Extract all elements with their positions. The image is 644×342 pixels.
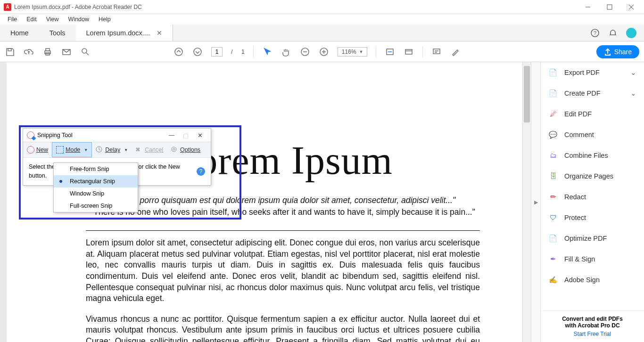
svg-rect-6 bbox=[8, 49, 11, 51]
menubar: File Edit View Window Help bbox=[0, 14, 644, 24]
zoom-out-icon[interactable] bbox=[300, 47, 310, 57]
doc-divider bbox=[86, 230, 480, 231]
page-separator: / bbox=[231, 48, 233, 55]
svg-text:?: ? bbox=[594, 30, 596, 36]
svg-rect-23 bbox=[433, 49, 440, 54]
cloud-upload-icon[interactable] bbox=[24, 47, 34, 57]
window-title: Lorem Ipsum.docx.pdf - Adobe Acrobat Rea… bbox=[14, 4, 577, 10]
tool-organize[interactable]: 🗄Organize Pages bbox=[541, 166, 644, 187]
tools-pane: 📄Export PDF⌄ 📄Create PDF⌄ 🖉Edit PDF 💬Com… bbox=[540, 62, 644, 342]
notifications-bell-icon[interactable] bbox=[608, 28, 618, 38]
tab-document[interactable]: Lorem Ipsum.docx.... ✕ bbox=[76, 24, 173, 41]
snip-mode-rectangular[interactable]: Rectangular Snip bbox=[54, 175, 138, 187]
page-number-input[interactable] bbox=[211, 47, 223, 57]
tool-create-pdf[interactable]: 📄Create PDF⌄ bbox=[541, 83, 644, 104]
snip-delay-button[interactable]: Delay▼ bbox=[92, 142, 132, 157]
page-total: 1 bbox=[241, 48, 245, 55]
tool-fill-sign[interactable]: ✒Fill & Sign bbox=[541, 249, 644, 269]
tab-document-label: Lorem Ipsum.docx.... bbox=[86, 29, 150, 37]
share-button[interactable]: Share bbox=[596, 45, 639, 58]
snip-minimize-button[interactable]: — bbox=[165, 132, 179, 138]
snip-close-button[interactable]: ✕ bbox=[193, 132, 207, 139]
tool-edit-pdf[interactable]: 🖉Edit PDF bbox=[541, 104, 644, 124]
tool-optimize[interactable]: 📄Optimize PDF bbox=[541, 228, 644, 249]
doc-quote: "Neque porro quisquam est qui dolorem ip… bbox=[86, 195, 480, 205]
comment-tool-icon[interactable] bbox=[431, 47, 442, 57]
tool-export-pdf[interactable]: 📄Export PDF⌄ bbox=[541, 62, 644, 83]
window-titlebar: A Lorem Ipsum.docx.pdf - Adobe Acrobat R… bbox=[0, 0, 644, 14]
tool-redact[interactable]: ✏Redact bbox=[541, 187, 644, 207]
svg-rect-21 bbox=[405, 49, 412, 54]
svg-line-28 bbox=[99, 149, 100, 150]
snipping-tool-title: Snipping Tool bbox=[37, 132, 165, 138]
tool-combine[interactable]: 🗂Combine Files bbox=[541, 145, 644, 166]
snip-mode-freeform[interactable]: Free-form Snip bbox=[54, 163, 138, 175]
window-minimize-button[interactable] bbox=[577, 0, 599, 14]
svg-point-13 bbox=[175, 48, 182, 56]
start-free-trial-link[interactable]: Start Free Trial bbox=[545, 331, 640, 337]
menu-edit[interactable]: Edit bbox=[22, 15, 41, 24]
chevron-down-icon: ⌄ bbox=[630, 90, 636, 97]
menu-window[interactable]: Window bbox=[64, 15, 94, 24]
top-tab-bar: Home Tools Lorem Ipsum.docx.... ✕ ? bbox=[0, 24, 644, 41]
print-icon[interactable] bbox=[42, 47, 53, 57]
menu-help[interactable]: Help bbox=[94, 15, 116, 24]
scrollbar-thumb[interactable] bbox=[524, 66, 530, 122]
chevron-down-icon: ⌄ bbox=[630, 69, 636, 76]
snipping-tool-toolbar: New Mode▼ Delay▼ ✖Cancel Options bbox=[23, 142, 211, 158]
acrobat-app-icon: A bbox=[4, 3, 11, 11]
vertical-scrollbar[interactable] bbox=[522, 62, 531, 342]
snip-new-button[interactable]: New bbox=[23, 142, 52, 157]
snipping-tool-titlebar[interactable]: Snipping Tool — ▢ ✕ bbox=[23, 129, 211, 142]
email-icon[interactable] bbox=[61, 47, 72, 57]
page-down-icon[interactable] bbox=[192, 47, 203, 57]
tab-close-icon[interactable]: ✕ bbox=[157, 29, 162, 37]
zoom-level-dropdown[interactable]: 116%▼ bbox=[338, 47, 368, 57]
svg-rect-1 bbox=[607, 5, 612, 9]
pan-hand-icon[interactable] bbox=[281, 47, 291, 57]
window-close-button[interactable] bbox=[620, 0, 642, 14]
footer-line1: Convert and edit PDFs bbox=[562, 316, 623, 322]
tool-comment[interactable]: 💬Comment bbox=[541, 124, 644, 145]
main-toolbar: / 1 116%▼ Share bbox=[0, 41, 644, 62]
svg-point-11 bbox=[82, 49, 87, 53]
footer-line2: with Acrobat Pro DC bbox=[565, 322, 619, 329]
user-avatar[interactable] bbox=[626, 28, 636, 38]
snip-mode-button[interactable]: Mode▼ bbox=[52, 142, 92, 157]
zoom-in-icon[interactable] bbox=[319, 47, 329, 57]
svg-point-14 bbox=[194, 48, 201, 56]
help-icon[interactable]: ? bbox=[590, 28, 600, 38]
snip-cancel-button: ✖Cancel bbox=[132, 142, 167, 157]
snip-mode-fullscreen[interactable]: Full-screen Snip bbox=[54, 200, 138, 212]
tool-adobe-sign[interactable]: ✍Adobe Sign bbox=[541, 269, 644, 290]
svg-point-30 bbox=[173, 148, 175, 150]
window-maximize-button[interactable] bbox=[599, 0, 620, 14]
snipping-tool-app-icon bbox=[27, 131, 34, 139]
tab-tools[interactable]: Tools bbox=[39, 24, 76, 41]
save-icon[interactable] bbox=[5, 47, 15, 57]
menu-file[interactable]: File bbox=[3, 15, 22, 24]
svg-line-12 bbox=[86, 53, 89, 55]
tab-home[interactable]: Home bbox=[0, 24, 39, 41]
svg-rect-8 bbox=[46, 49, 50, 51]
doc-paragraph-1: Lorem ipsum dolor sit amet, consectetur … bbox=[86, 237, 480, 304]
page-display-icon[interactable] bbox=[404, 47, 414, 57]
snip-maximize-button[interactable]: ▢ bbox=[179, 132, 193, 139]
snip-help-icon[interactable]: ? bbox=[197, 167, 205, 176]
search-icon[interactable] bbox=[80, 47, 91, 57]
snip-mode-window[interactable]: Window Snip bbox=[54, 187, 138, 200]
doc-subtitle: "There is no one who loves pain itself, … bbox=[86, 207, 480, 217]
document-viewport[interactable]: Lorem Ipsum "Neque porro quisquam est qu… bbox=[0, 62, 522, 342]
tool-protect[interactable]: 🛡Protect bbox=[541, 207, 644, 228]
highlight-pen-icon[interactable] bbox=[450, 47, 461, 57]
menu-view[interactable]: View bbox=[41, 15, 64, 24]
snip-mode-dropdown: Free-form Snip Rectangular Snip Window S… bbox=[53, 163, 138, 212]
fit-width-icon[interactable] bbox=[385, 47, 395, 57]
page-up-icon[interactable] bbox=[173, 47, 184, 57]
selection-cursor-icon[interactable] bbox=[262, 47, 272, 57]
right-panel-collapse-handle[interactable]: ▶ bbox=[531, 62, 540, 342]
doc-paragraph-2: Vivamus rhoncus a nunc ac porttitor. Qui… bbox=[86, 314, 480, 342]
snip-options-button[interactable]: Options bbox=[167, 142, 204, 157]
svg-point-29 bbox=[172, 147, 176, 152]
